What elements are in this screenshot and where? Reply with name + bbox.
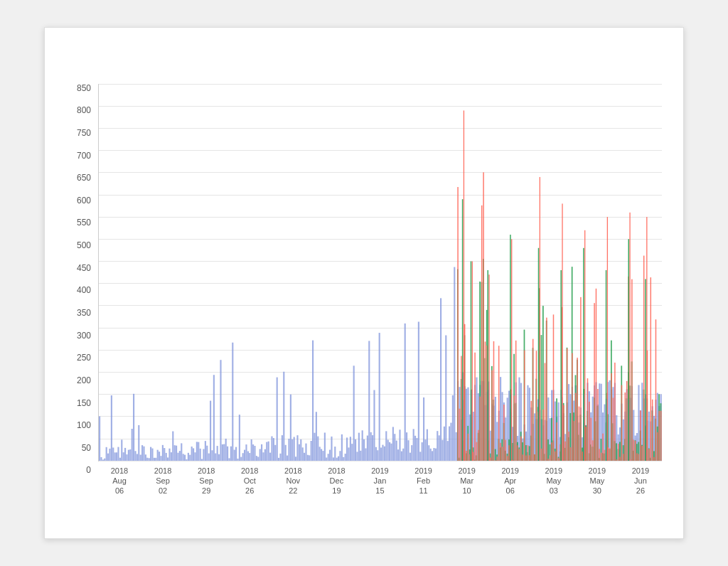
svg-rect-326 [523,454,524,461]
svg-rect-203 [445,335,446,461]
svg-rect-46 [177,452,178,460]
svg-rect-194 [430,448,432,460]
svg-rect-55 [193,448,194,461]
svg-rect-209 [456,432,457,460]
chart-container: 8508007507006506005505004504003503002502… [44,27,684,539]
svg-rect-563 [657,432,658,460]
svg-rect-44 [174,445,176,461]
svg-rect-446 [591,417,592,461]
svg-rect-146 [348,447,349,461]
svg-rect-61 [203,449,204,461]
svg-rect-72 [222,444,223,461]
svg-rect-560 [655,319,657,461]
svg-rect-139 [336,457,338,460]
svg-rect-130 [321,449,322,461]
svg-rect-578 [488,274,489,461]
svg-rect-17 [128,449,129,460]
svg-rect-189 [422,442,423,461]
svg-rect-22 [136,454,138,461]
svg-rect-212 [457,187,459,461]
svg-rect-128 [317,436,318,460]
svg-rect-587 [562,203,562,461]
svg-rect-181 [407,440,409,461]
bars-chart [99,84,662,461]
svg-rect-551 [651,277,652,461]
svg-rect-191 [424,439,426,461]
svg-rect-105 [278,457,279,460]
svg-rect-145 [346,437,348,461]
svg-rect-76 [228,458,230,461]
svg-rect-58 [198,442,199,460]
svg-rect-125 [312,340,314,460]
y-label: 0 [86,466,91,474]
svg-rect-134 [328,454,329,461]
svg-rect-206 [450,422,451,461]
svg-rect-104 [277,377,278,460]
svg-rect-160 [372,435,373,461]
svg-rect-479 [609,448,611,461]
svg-rect-196 [433,448,434,461]
svg-rect-153 [360,450,361,460]
svg-rect-3 [104,458,105,460]
svg-rect-89 [251,439,252,461]
svg-rect-595 [628,239,629,461]
svg-rect-7 [111,395,112,461]
svg-rect-133 [326,457,327,461]
svg-rect-31 [151,448,153,460]
grid-and-bars [98,84,662,461]
svg-rect-86 [245,444,247,461]
svg-rect-302 [508,445,510,461]
svg-rect-103 [274,444,276,460]
svg-rect-111 [288,439,289,461]
svg-rect-62 [205,441,206,461]
svg-rect-347 [534,454,535,461]
y-label: 400 [77,286,91,294]
svg-rect-180 [406,432,407,461]
svg-rect-5 [107,453,109,460]
svg-rect-33 [155,457,156,460]
svg-rect-577 [487,270,488,461]
y-label: 250 [77,353,91,362]
svg-rect-185 [414,435,416,460]
svg-rect-171 [390,443,392,460]
svg-rect-404 [567,348,568,461]
svg-rect-77 [230,446,232,460]
svg-rect-293 [503,405,505,461]
svg-rect-30 [150,447,151,460]
svg-rect-370 [547,439,549,461]
svg-rect-263 [486,345,488,460]
y-label: 600 [77,196,91,205]
svg-rect-503 [623,454,624,461]
svg-rect-281 [497,456,498,461]
svg-rect-574 [471,261,472,461]
svg-rect-458 [597,389,599,461]
svg-rect-116 [296,435,298,461]
svg-rect-87 [247,451,249,461]
svg-rect-193 [428,445,429,461]
svg-rect-407 [568,432,569,461]
svg-rect-19 [132,429,133,461]
svg-rect-581 [511,239,512,461]
svg-rect-314 [515,340,517,460]
svg-rect-345 [534,413,535,461]
svg-rect-569 [660,410,662,460]
grid-line [99,461,662,461]
svg-rect-6 [109,449,110,461]
x-label: 2018Dec19 [315,466,358,496]
svg-rect-175 [397,449,399,461]
svg-rect-317 [517,445,518,461]
svg-rect-374 [550,455,551,461]
svg-rect-28 [146,457,148,460]
svg-rect-230 [468,433,469,460]
svg-rect-518 [631,279,633,460]
svg-rect-137 [333,457,334,461]
svg-rect-425 [579,406,580,461]
svg-rect-135 [329,449,331,461]
svg-rect-443 [589,401,590,460]
svg-rect-118 [300,439,301,461]
svg-rect-83 [240,456,242,460]
svg-rect-56 [194,452,196,461]
svg-rect-506 [625,393,626,461]
svg-rect-80 [235,447,237,461]
svg-rect-251 [480,396,481,460]
